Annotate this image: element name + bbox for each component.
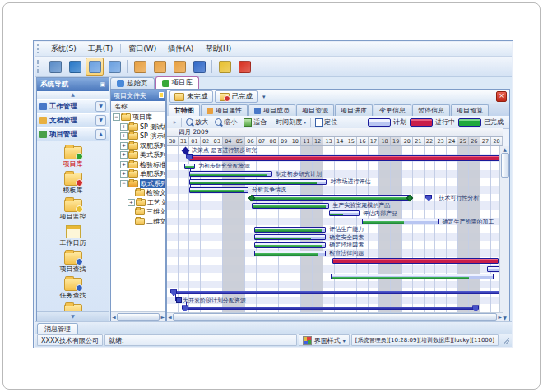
tree-item-双肥系列[interactable]: +双肥系列 bbox=[111, 141, 165, 151]
tree-item-美式系列[interactable]: +美式系列 bbox=[111, 150, 165, 160]
scroll-left-icon[interactable]: ◄ bbox=[112, 314, 116, 320]
sidebar-group-3[interactable]: 项目管理▲ bbox=[37, 127, 109, 141]
task-bar[interactable] bbox=[252, 195, 410, 201]
task-bar[interactable] bbox=[189, 171, 272, 177]
tab-项目属性[interactable]: 项目属性 bbox=[201, 104, 248, 116]
menu-item-5[interactable]: 帮助(H) bbox=[199, 43, 237, 55]
menu-item-1[interactable]: 系统(S) bbox=[45, 43, 82, 55]
task-bar[interactable] bbox=[252, 203, 330, 209]
calendar-add-button[interactable] bbox=[131, 58, 149, 76]
open-folder-button[interactable] bbox=[86, 58, 104, 76]
expand-plus-icon[interactable]: + bbox=[120, 151, 128, 159]
task-bar[interactable] bbox=[184, 164, 195, 169]
tree-scroll-thumb[interactable] bbox=[117, 313, 160, 321]
sidebar-collapse-icon[interactable]: ▣ bbox=[100, 81, 105, 88]
task-bar[interactable] bbox=[254, 242, 326, 248]
expand-plus-icon[interactable]: + bbox=[128, 199, 135, 206]
task-bar[interactable] bbox=[189, 155, 503, 161]
expand-plus-icon[interactable]: + bbox=[120, 123, 128, 131]
tree-item-SP-测试机系[interactable]: +SP-测试机系 bbox=[111, 122, 165, 132]
task-bar[interactable] bbox=[362, 219, 439, 224]
tree-item-项目库[interactable]: −项目库 bbox=[111, 113, 165, 122]
tree-item-二维文件[interactable]: 二维文件 bbox=[111, 217, 165, 227]
expand-plus-icon[interactable]: + bbox=[120, 161, 128, 168]
pin-icon[interactable] bbox=[157, 92, 163, 99]
zoom-out-button[interactable]: 缩小 bbox=[212, 117, 239, 127]
tab-项目预算[interactable]: 项目预算 bbox=[451, 104, 489, 116]
toolbar-overflow-icon[interactable]: » bbox=[169, 119, 179, 126]
remote-desktop-button[interactable] bbox=[46, 58, 64, 76]
scroll-left-icon[interactable]: ◄ bbox=[168, 314, 172, 320]
sidebar-item-项目监控[interactable]: 项目监控 bbox=[37, 196, 109, 221]
tree-item-三维文件[interactable]: 三维文件 bbox=[111, 207, 165, 217]
menu-item-4[interactable]: 插件(A) bbox=[162, 43, 199, 55]
sidebar-scroll-up[interactable]: ▲ bbox=[37, 91, 109, 99]
expand-plus-icon[interactable]: + bbox=[120, 142, 128, 150]
scroll-right-icon[interactable]: ► bbox=[498, 314, 502, 320]
scroll-down-icon[interactable]: ▼ bbox=[503, 315, 507, 321]
calendar-delete-button[interactable] bbox=[170, 58, 188, 76]
task-bar[interactable] bbox=[331, 274, 494, 279]
tree-column-header[interactable]: 名称 bbox=[111, 101, 165, 112]
menu-item-3[interactable]: 窗口(W) bbox=[123, 43, 162, 55]
tree-item-单肥系列[interactable]: +单肥系列 bbox=[111, 169, 165, 179]
close-panel-button[interactable]: × bbox=[496, 91, 507, 102]
globe-button[interactable] bbox=[66, 58, 84, 76]
sidebar-group-1[interactable]: 工作管理▼ bbox=[37, 99, 109, 113]
tab-暂停信息[interactable]: 暂停信息 bbox=[412, 104, 450, 116]
tree-item-欧式系列[interactable]: −欧式系列 bbox=[111, 179, 165, 189]
sidebar-item-任务查找[interactable]: 任务查找 bbox=[37, 275, 109, 300]
task-bar[interactable] bbox=[254, 234, 326, 240]
tab-变更信息[interactable]: 变更信息 bbox=[374, 104, 411, 116]
tab-甘特图[interactable]: 甘特图 bbox=[169, 104, 200, 116]
tree-item-检验文件[interactable]: 检验文件 bbox=[111, 188, 165, 198]
gantt-hscroll-thumb[interactable] bbox=[173, 313, 498, 321]
tree-item-工艺文件[interactable]: +工艺文件 bbox=[111, 198, 165, 208]
expand-plus-icon[interactable]: + bbox=[120, 170, 128, 178]
tree-item-检验标准[interactable]: +检验标准 bbox=[111, 160, 165, 170]
task-bar[interactable] bbox=[189, 187, 248, 193]
fit-button[interactable]: 适合 bbox=[241, 117, 269, 127]
filter-已完成[interactable]: 已完成 bbox=[215, 90, 258, 103]
zoom-in-button[interactable]: 放大 bbox=[183, 117, 211, 127]
tab-项目库[interactable]: 项目库 bbox=[155, 76, 200, 89]
calendar-edit-button[interactable] bbox=[151, 58, 169, 76]
locate-button[interactable]: 定位 bbox=[313, 117, 340, 127]
time-scale-button[interactable]: 时间刻度▾ bbox=[273, 117, 309, 127]
gantt-horizontal-scrollbar[interactable]: ◄► bbox=[167, 312, 503, 321]
chevron-down-icon[interactable]: ▼ bbox=[95, 115, 106, 126]
sidebar-scroll-down[interactable]: ▼ bbox=[37, 311, 109, 321]
tab-项目进度[interactable]: 项目进度 bbox=[335, 104, 373, 116]
exit-button[interactable] bbox=[235, 58, 253, 76]
task-bar[interactable] bbox=[329, 210, 360, 216]
expand-plus-icon[interactable]: + bbox=[120, 132, 128, 140]
tab-message-management[interactable]: 消息管理 bbox=[37, 323, 78, 334]
sidebar-item-工作日历[interactable]: 工作日历 bbox=[37, 223, 109, 247]
help-button[interactable] bbox=[190, 58, 208, 76]
sidebar-item-项目查找[interactable]: 项目查找 bbox=[37, 249, 109, 274]
task-bar[interactable] bbox=[254, 251, 326, 256]
gantt-chart[interactable]: 决策点 是否进行初步研究为初步研究分配资源制定初步研究计划对市场进行评估分析竞争… bbox=[167, 146, 503, 312]
gantt-vertical-scrollbar[interactable]: ▲▼ bbox=[499, 146, 509, 321]
sidebar-group-2[interactable]: 文档管理▼ bbox=[37, 113, 109, 127]
chevron-down-icon[interactable]: ▼ bbox=[95, 101, 106, 112]
sidebar-item-项目库[interactable]: 项目库 bbox=[37, 144, 109, 168]
scroll-up-icon[interactable]: ▲ bbox=[503, 146, 507, 152]
task-bar[interactable] bbox=[332, 258, 498, 264]
task-bar[interactable] bbox=[189, 179, 327, 185]
more-filters-icon[interactable]: ▾ bbox=[259, 94, 269, 100]
chevron-up-icon[interactable]: ▲ bbox=[95, 129, 106, 140]
task-bar[interactable] bbox=[254, 227, 326, 233]
collapse-minus-icon[interactable]: − bbox=[113, 113, 120, 121]
interface-style-button[interactable]: 界面样式▾ bbox=[299, 334, 350, 346]
scroll-right-icon[interactable]: ► bbox=[160, 314, 165, 320]
sidebar-item-模板库[interactable]: 模板库 bbox=[37, 170, 109, 195]
menubar-grip[interactable] bbox=[37, 44, 43, 54]
resize-grip[interactable] bbox=[502, 337, 509, 344]
lock-button[interactable] bbox=[216, 58, 234, 76]
toolbar-grip[interactable] bbox=[37, 60, 43, 74]
filter-未完成[interactable]: 未完成 bbox=[169, 90, 213, 103]
sidebar-item-项目文档查找[interactable]: 项目文档查找 bbox=[37, 302, 109, 311]
tab-项目资源[interactable]: 项目资源 bbox=[296, 104, 334, 116]
menu-item-2[interactable]: 工具(T) bbox=[82, 43, 119, 55]
